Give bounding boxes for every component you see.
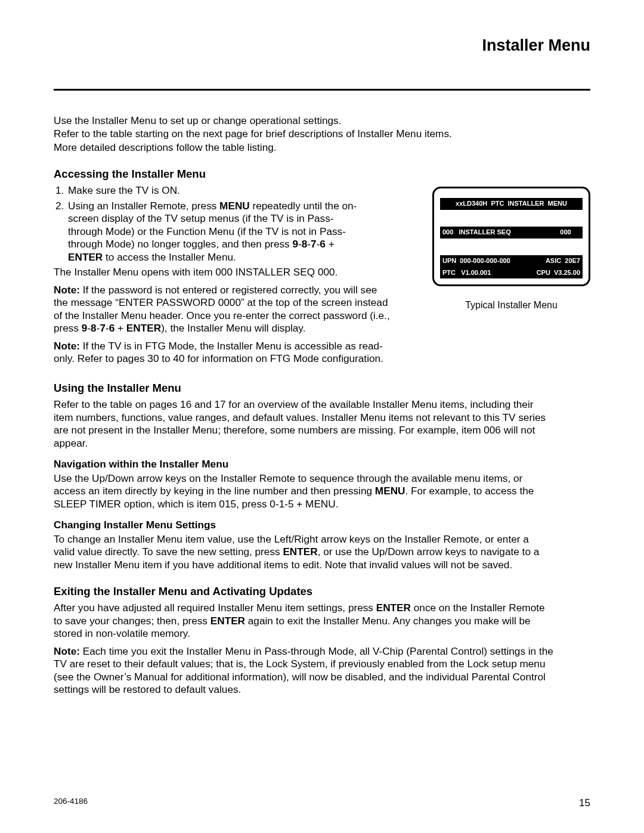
key-6: 6: [320, 238, 326, 250]
exit-enter1: ENTER: [376, 602, 411, 614]
exit-pre: After you have adjusted all required Ins…: [54, 602, 376, 614]
tv-screen-figure: xxLD340H PTC INSTALLER MENU 000 INSTALLE…: [432, 187, 590, 311]
screen-info2-right: CPU V3.25.00: [537, 269, 580, 277]
note2-text: If the TV is in FTG Mode, the Installer …: [54, 340, 383, 365]
intro-block: Use the Installer Menu to set up or chan…: [54, 114, 590, 154]
accessing-note1: Note: If the password is not entered or …: [54, 284, 394, 335]
key-7: 7: [311, 238, 317, 250]
note1-6: 6: [109, 322, 115, 334]
intro-line-2: Refer to the table starting on the next …: [54, 128, 590, 141]
step-1: Make sure the TV is ON.: [67, 184, 364, 197]
accessing-content: Make sure the TV is ON. Using an Install…: [54, 184, 364, 366]
note1-post: ), the Installer Menu will display.: [161, 322, 305, 334]
note1-plus: +: [114, 322, 126, 334]
changing-text: To change an Installer Menu item value, …: [54, 533, 543, 572]
key-8: 8: [302, 238, 308, 250]
page-title: Installer Menu: [54, 36, 590, 56]
step2-pre: Using an Installer Remote, press: [68, 200, 219, 212]
screen-seq-right: 000: [560, 228, 580, 237]
nav-menu: MENU: [375, 485, 405, 497]
chg-enter: ENTER: [283, 546, 317, 558]
screen-seq-left: 000 INSTALLER SEQ: [442, 228, 511, 237]
doc-number: 206-4186: [54, 797, 88, 809]
note1-9: 9: [82, 322, 88, 334]
tv-screen: xxLD340H PTC INSTALLER MENU 000 INSTALLE…: [432, 187, 590, 286]
intro-line-1: Use the Installer Menu to set up or chan…: [54, 114, 590, 128]
screen-info1-right: ASIC 20E7: [546, 257, 580, 265]
title-rule: [54, 89, 590, 91]
exit-text: After you have adjusted all required Ins…: [54, 602, 555, 640]
exit-note-text: Each time you exit the Installer Menu in…: [54, 645, 553, 696]
note2-label: Note:: [54, 340, 80, 352]
step2-post: to access the Installer Menu.: [103, 251, 236, 263]
page-footer: 206-4186 15: [54, 797, 590, 809]
screen-caption: Typical Installer Menu: [432, 299, 590, 311]
heading-accessing: Accessing the Installer Menu: [54, 167, 590, 181]
intro-line-3: More detailed descriptions follow the ta…: [54, 141, 590, 154]
note1-7: 7: [100, 322, 106, 334]
page-number: 15: [579, 797, 590, 809]
screen-seq-bar: 000 INSTALLER SEQ 000: [440, 227, 583, 239]
plus: +: [326, 238, 335, 250]
accessing-opens: The Installer Menu opens with item 000 I…: [54, 266, 364, 279]
heading-exiting: Exiting the Installer Menu and Activatin…: [54, 584, 590, 598]
note1-label: Note:: [54, 284, 80, 296]
exit-enter2: ENTER: [210, 615, 245, 627]
using-intro: Refer to the table on pages 16 and 17 fo…: [54, 398, 555, 450]
heading-using: Using the Installer Menu: [54, 381, 590, 395]
accessing-note2: Note: If the TV is in FTG Mode, the Inst…: [54, 340, 394, 366]
screen-info1-bar: UPN 000-000-000-000 ASIC 20E7: [440, 255, 583, 267]
navigation-text: Use the Up/Down arrow keys on the Instal…: [54, 472, 543, 511]
note1-8: 8: [91, 322, 97, 334]
screen-title: xxLD340H PTC INSTALLER MENU: [456, 200, 567, 208]
exit-note: Note: Each time you exit the Installer M…: [54, 645, 555, 696]
screen-title-bar: xxLD340H PTC INSTALLER MENU: [440, 198, 583, 210]
heading-changing: Changing Installer Menu Settings: [54, 519, 590, 532]
exit-note-label: Note:: [54, 645, 80, 657]
screen-info2-left: PTC V1.00.001: [442, 269, 491, 277]
screen-info1-left: UPN 000-000-000-000: [442, 257, 510, 265]
accessing-steps: Make sure the TV is ON. Using an Install…: [54, 184, 364, 264]
key-enter: ENTER: [68, 251, 103, 263]
key-menu: MENU: [219, 200, 250, 212]
step-2: Using an Installer Remote, press MENU re…: [67, 200, 364, 264]
key-9: 9: [292, 238, 298, 250]
note1-enter: ENTER: [126, 322, 161, 334]
screen-info2-bar: PTC V1.00.001 CPU V3.25.00: [440, 267, 583, 279]
heading-navigation: Navigation within the Installer Menu: [54, 458, 590, 471]
